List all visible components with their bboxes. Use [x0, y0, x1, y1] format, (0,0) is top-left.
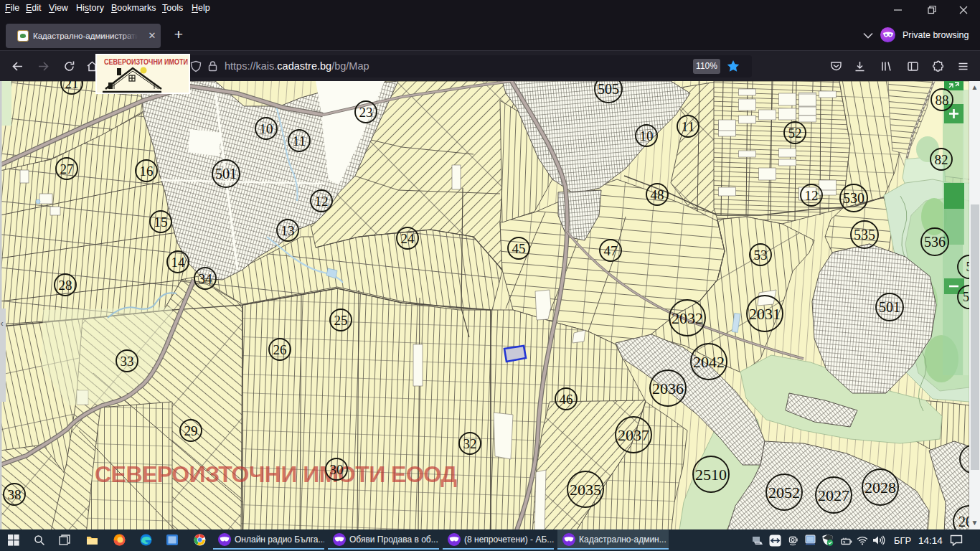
svg-text:47: 47: [604, 243, 618, 258]
svg-text:34: 34: [199, 271, 213, 286]
svg-text:‹: ‹: [1, 318, 4, 329]
svg-text:2510: 2510: [695, 466, 727, 484]
svg-text:25: 25: [334, 313, 348, 328]
svg-text:24: 24: [401, 231, 415, 246]
svg-text:2035: 2035: [570, 481, 601, 499]
svg-text:2028: 2028: [864, 479, 896, 496]
svg-text:33: 33: [121, 354, 134, 369]
svg-text:2032: 2032: [672, 309, 703, 327]
svg-text:46: 46: [560, 392, 573, 407]
svg-text:32: 32: [463, 436, 477, 451]
svg-text:16: 16: [140, 164, 154, 179]
svg-text:52: 52: [788, 126, 802, 141]
svg-text:11: 11: [682, 119, 694, 134]
svg-text:505: 505: [598, 81, 619, 97]
svg-text:14: 14: [171, 255, 186, 270]
svg-text:48: 48: [651, 187, 664, 202]
svg-text:530: 530: [843, 190, 864, 206]
svg-text:СЕВЕРОИЗТОЧНИ ИМОТИ ЕООД: СЕВЕРОИЗТОЧНИ ИМОТИ ЕООД: [95, 461, 457, 487]
svg-text:13: 13: [281, 223, 295, 238]
svg-text:2042: 2042: [693, 353, 725, 371]
svg-text:23: 23: [359, 105, 373, 120]
svg-text:54: 54: [963, 290, 969, 304]
svg-text:30: 30: [330, 462, 344, 477]
svg-text:29: 29: [184, 423, 198, 438]
svg-text:38: 38: [8, 487, 22, 502]
svg-text:11: 11: [293, 133, 306, 149]
svg-text:536: 536: [924, 234, 946, 250]
svg-text:10: 10: [260, 121, 273, 136]
svg-text:2052: 2052: [768, 484, 800, 501]
svg-text:2037: 2037: [618, 426, 649, 444]
svg-text:15: 15: [154, 215, 168, 230]
svg-text:53: 53: [754, 248, 768, 263]
svg-text:21: 21: [65, 81, 79, 91]
svg-text:27: 27: [60, 161, 74, 176]
svg-text:2027: 2027: [818, 486, 849, 504]
svg-text:82: 82: [935, 152, 948, 167]
svg-text:10: 10: [640, 128, 654, 143]
svg-text:202: 202: [958, 514, 969, 529]
svg-text:501: 501: [215, 166, 237, 182]
svg-text:501: 501: [879, 299, 900, 315]
svg-text:26: 26: [273, 342, 287, 357]
svg-text:88: 88: [936, 93, 949, 108]
svg-text:2036: 2036: [652, 380, 684, 397]
svg-text:2031: 2031: [749, 305, 781, 323]
svg-text:535: 535: [854, 227, 875, 242]
svg-text:12: 12: [315, 194, 329, 209]
svg-text:45: 45: [512, 241, 526, 256]
svg-text:28: 28: [59, 278, 72, 293]
svg-text:12: 12: [805, 188, 819, 203]
